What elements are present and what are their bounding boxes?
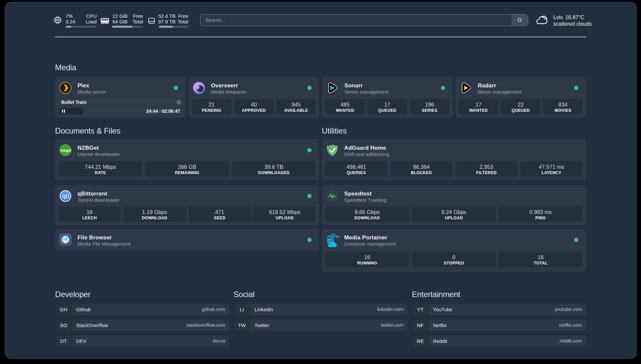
svg-text:nzbget: nzbget <box>60 148 71 152</box>
svg-text:qb: qb <box>62 193 69 199</box>
